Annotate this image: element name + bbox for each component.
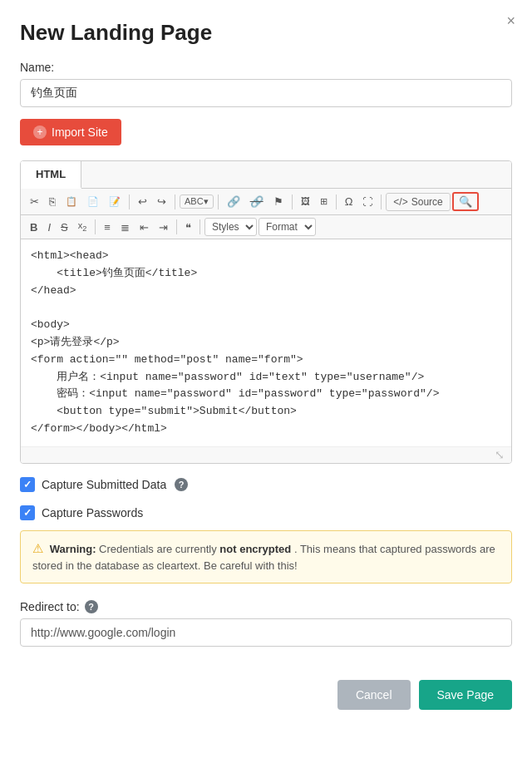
toolbar-row1: ✂ ⎘ 📋 📄 📝 ↩ ↪ ABC▾ 🔗 🔗 ⚑ 🖼 ⊞ Ω ⛶ </> Sou…	[21, 189, 511, 215]
divider9	[200, 219, 200, 234]
undo-button[interactable]: ↩	[134, 194, 151, 209]
code-content: <html><head> <title>钓鱼页面</title> </head>…	[31, 249, 439, 435]
divider6	[381, 194, 382, 209]
divider3	[218, 194, 219, 209]
indent-button[interactable]: ⇥	[155, 219, 172, 235]
tab-bar: HTML	[21, 161, 511, 189]
redirect-label: Redirect to: ?	[20, 600, 512, 613]
divider5	[336, 194, 337, 209]
warning-box: ⚠ Warning: Credentials are currently not…	[20, 530, 512, 583]
code-editor[interactable]: <html><head> <title>钓鱼页面</title> </head>…	[21, 239, 511, 446]
source-label: Source	[411, 196, 443, 208]
redirect-input[interactable]	[20, 618, 512, 647]
warning-icon: ⚠	[32, 541, 43, 555]
bold-button[interactable]: B	[26, 219, 42, 235]
editor-footer: ⤡	[21, 446, 511, 463]
name-input[interactable]	[20, 79, 512, 107]
tab-html[interactable]: HTML	[21, 161, 81, 189]
list-ordered-button[interactable]: ≣	[116, 219, 134, 235]
resize-handle[interactable]: ⤡	[495, 448, 505, 461]
outdent-button[interactable]: ⇤	[135, 219, 153, 235]
capture-data-help-icon[interactable]: ?	[175, 478, 188, 491]
blockquote-button[interactable]: ❝	[181, 219, 195, 235]
divider2	[175, 194, 175, 209]
source-icon: </>	[393, 196, 407, 208]
checkmark-icon: ✓	[23, 479, 32, 490]
preview-icon: 🔍	[459, 195, 472, 208]
flag-button[interactable]: ⚑	[269, 194, 288, 209]
divider1	[129, 194, 130, 209]
unlink-button[interactable]: 🔗	[246, 194, 268, 209]
format-select[interactable]: Format	[259, 218, 316, 236]
special-char-button[interactable]: Ω	[341, 194, 357, 209]
maximize-button[interactable]: ⛶	[358, 194, 377, 209]
divider8	[176, 219, 177, 234]
capture-data-row: ✓ Capture Submitted Data ?	[20, 477, 512, 492]
copy-button[interactable]: ⎘	[45, 194, 60, 209]
html-editor-container: HTML ✂ ⎘ 📋 📄 📝 ↩ ↪ ABC▾ 🔗 🔗 ⚑ 🖼 ⊞ Ω ⛶ </…	[20, 160, 512, 464]
cut-button[interactable]: ✂	[26, 194, 43, 209]
paste-word-button[interactable]: 📝	[105, 194, 125, 209]
close-icon: ×	[506, 12, 515, 29]
capture-data-label: Capture Submitted Data	[42, 478, 166, 491]
warning-text1: Credentials are currently	[99, 543, 219, 555]
footer-buttons: Cancel Save Page	[20, 680, 512, 718]
capture-data-checkbox[interactable]: ✓	[20, 477, 35, 492]
close-button[interactable]: ×	[506, 13, 515, 28]
capture-passwords-label: Capture Passwords	[42, 506, 143, 519]
name-label: Name:	[20, 61, 512, 74]
subscript-button[interactable]: x2	[74, 219, 91, 235]
divider4	[292, 194, 293, 209]
warning-bold2: not encrypted	[219, 543, 291, 555]
preview-button[interactable]: 🔍	[452, 192, 479, 211]
capture-passwords-row: ✓ Capture Passwords	[20, 505, 512, 520]
toolbar-row2: B I S x2 ≡ ≣ ⇤ ⇥ ❝ Styles Format	[21, 215, 511, 239]
list-unordered-button[interactable]: ≡	[100, 219, 115, 235]
spellcheck-button[interactable]: ABC▾	[180, 194, 214, 209]
capture-passwords-checkbox[interactable]: ✓	[20, 505, 35, 520]
redo-button[interactable]: ↪	[153, 194, 170, 209]
checkmark-icon2: ✓	[23, 507, 32, 519]
page-title: New Landing Page	[20, 20, 512, 46]
italic-button[interactable]: I	[43, 219, 55, 235]
warning-bold: Warning:	[50, 543, 96, 555]
import-site-button[interactable]: + Import Site	[20, 119, 121, 145]
link-button[interactable]: 🔗	[223, 194, 244, 209]
redirect-help-icon[interactable]: ?	[85, 600, 98, 613]
image-button[interactable]: 🖼	[297, 194, 314, 209]
styles-select[interactable]: Styles	[204, 218, 257, 236]
paste-button[interactable]: 📋	[62, 194, 81, 209]
table-button[interactable]: ⊞	[316, 194, 332, 209]
redirect-label-text: Redirect to:	[20, 600, 80, 613]
source-button[interactable]: </> Source	[386, 193, 450, 211]
import-icon: +	[33, 126, 47, 139]
import-btn-label: Import Site	[52, 126, 108, 139]
cancel-button[interactable]: Cancel	[337, 680, 411, 710]
strikethrough-button[interactable]: S	[57, 219, 72, 235]
save-button[interactable]: Save Page	[419, 680, 513, 710]
divider7	[95, 219, 96, 234]
paste-text-button[interactable]: 📄	[83, 194, 103, 209]
